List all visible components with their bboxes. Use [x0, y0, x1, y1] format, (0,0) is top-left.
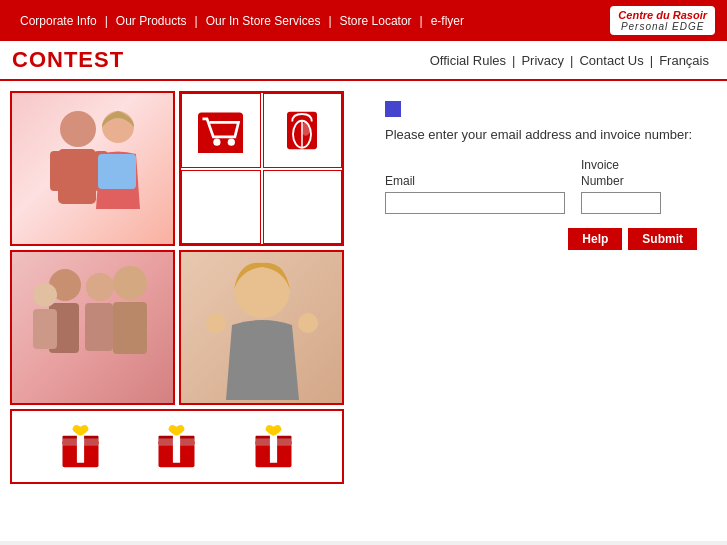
form-area: Please enter your email address and invo… [355, 81, 727, 541]
form-icon [385, 101, 401, 117]
second-nav-bar: CONTEST Official Rules | Privacy | Conta… [0, 41, 727, 81]
svg-point-23 [298, 313, 318, 333]
email-label: Email [385, 174, 565, 188]
image-collage [0, 81, 355, 541]
invoice-field-group: Invoice Number [581, 158, 661, 214]
svg-point-0 [60, 111, 96, 147]
logo-bottom-text: Personal EDGE [621, 21, 705, 32]
svg-point-17 [33, 283, 57, 307]
couple-svg [18, 99, 168, 239]
brand-logo: Centre du Rasoir Personal EDGE [610, 6, 715, 35]
help-button[interactable]: Help [568, 228, 622, 250]
svg-point-22 [206, 313, 226, 333]
logo-top-text: Centre du Rasoir [618, 9, 707, 21]
collage-gifts-image [10, 409, 344, 484]
shopping-cart-icon [193, 108, 248, 153]
top-nav-bar: Corporate Info | Our Products | Our In S… [0, 0, 727, 41]
invoice-label-block: Invoice Number [581, 158, 661, 190]
svg-point-15 [86, 273, 114, 301]
nav-link-eflyer[interactable]: e-flyer [423, 14, 472, 28]
secondary-nav-links: Official Rules | Privacy | Contact Us | … [424, 53, 715, 68]
svg-rect-35 [256, 438, 292, 445]
form-description: Please enter your email address and invo… [385, 127, 697, 142]
nav2-link-contact[interactable]: Contact Us [573, 53, 649, 68]
svg-rect-31 [159, 438, 195, 445]
email-input[interactable] [385, 192, 565, 214]
svg-rect-20 [113, 302, 147, 354]
email-field-group: Email [385, 174, 565, 214]
collage-family-image [10, 250, 175, 405]
page-title: CONTEST [12, 47, 124, 73]
svg-point-8 [228, 138, 235, 145]
invoice-label-line2: Number [581, 174, 661, 188]
computer-mouse-icon [282, 108, 322, 153]
form-fields: Email Invoice Number [385, 158, 697, 214]
top-nav-links: Corporate Info | Our Products | Our In S… [12, 14, 472, 28]
logo-area: Centre du Rasoir Personal EDGE [610, 6, 715, 35]
svg-point-19 [113, 266, 147, 300]
svg-rect-27 [62, 438, 98, 445]
svg-rect-2 [50, 151, 64, 191]
main-content: Please enter your email address and invo… [0, 81, 727, 541]
gift-icon-3 [251, 422, 296, 472]
svg-point-7 [214, 138, 221, 145]
nav-link-instore[interactable]: Our In Store Services [198, 14, 329, 28]
nav-link-corporate[interactable]: Corporate Info [12, 14, 105, 28]
gift-icon-2 [154, 422, 199, 472]
form-buttons: Help Submit [385, 228, 697, 250]
nav-link-products[interactable]: Our Products [108, 14, 195, 28]
svg-rect-18 [33, 309, 57, 349]
nav2-link-francais[interactable]: Français [653, 53, 715, 68]
excited-person-svg [184, 255, 339, 400]
invoice-input[interactable] [581, 192, 661, 214]
empty-icon-cell-1 [181, 170, 261, 245]
family-svg [15, 255, 170, 400]
empty-icon-cell-2 [263, 170, 343, 245]
svg-rect-5 [98, 154, 136, 189]
gift-icon-1 [58, 422, 103, 472]
collage-excited-image [179, 250, 344, 405]
nav-link-locator[interactable]: Store Locator [332, 14, 420, 28]
nav2-link-rules[interactable]: Official Rules [424, 53, 512, 68]
collage-couple-image [10, 91, 175, 246]
cart-icon-cell [181, 93, 261, 168]
nav2-link-privacy[interactable]: Privacy [515, 53, 570, 68]
invoice-label-line1: Invoice [581, 158, 661, 172]
mouse-icon-cell [263, 93, 343, 168]
svg-rect-16 [85, 303, 113, 351]
collage-icons-image [179, 91, 344, 246]
svg-point-12 [302, 122, 311, 136]
submit-button[interactable]: Submit [628, 228, 697, 250]
